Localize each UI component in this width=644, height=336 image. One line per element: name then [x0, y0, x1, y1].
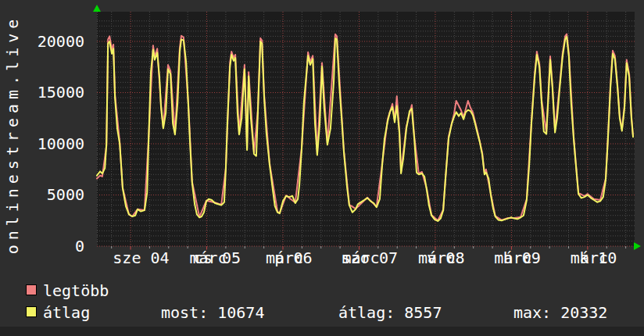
- y-tick-label: 5000: [6, 187, 84, 202]
- stat-most: most: 10674: [161, 305, 264, 320]
- chart-canvas: [97, 12, 635, 246]
- x-tick-label-weekday: p 06: [274, 250, 312, 266]
- y-tick-label: 10000: [6, 136, 84, 152]
- x-tick-label-weekday: szo 07: [342, 250, 398, 266]
- y-axis-arrow-icon: [93, 5, 101, 12]
- x-tick-label-weekday: h 09: [503, 250, 541, 266]
- y-tick-label: 20000: [6, 34, 84, 49]
- footer-strip: [0, 327, 644, 336]
- y-tick-label: 0: [6, 238, 84, 254]
- x-tick-label-weekday: sze 04: [113, 250, 169, 266]
- x-tick-label-weekday: k 10: [579, 250, 617, 266]
- rrd-graph: onlinestream.live 05000100001500020000 m…: [0, 0, 644, 336]
- y-tick-label: 15000: [6, 84, 84, 100]
- stat-atlag: átlag: 8557: [338, 305, 442, 320]
- x-tick-label-weekday: v 08: [427, 250, 464, 266]
- legend-swatch-atlag: [26, 306, 37, 317]
- x-axis-arrow-icon: [634, 242, 641, 250]
- legend-swatch-legtobb: [26, 284, 37, 295]
- stat-max: max: 20332: [513, 305, 607, 320]
- legend-label-legtobb: legtöbb: [43, 283, 109, 298]
- legend-label-atlag: átlag: [43, 305, 90, 320]
- x-tick-label-weekday: cs 05: [194, 250, 241, 266]
